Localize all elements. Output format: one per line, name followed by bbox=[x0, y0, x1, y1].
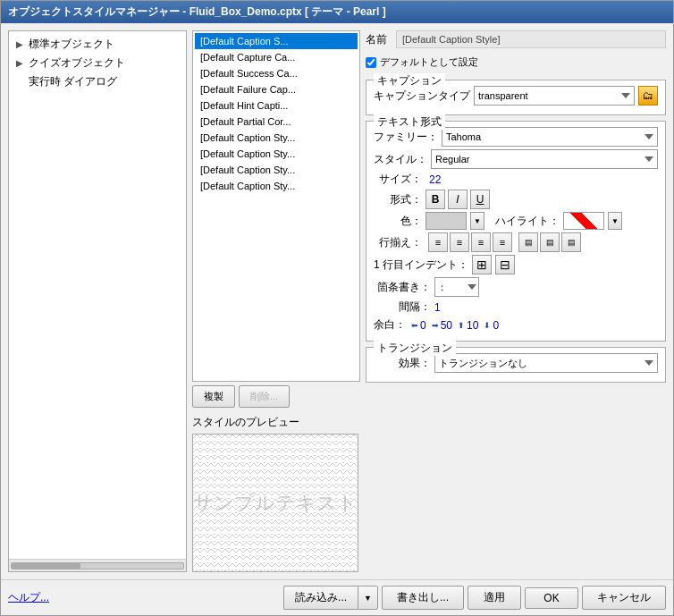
margin-left-item: ⬅ 0 bbox=[411, 319, 426, 332]
style-select[interactable]: Regular bbox=[431, 149, 658, 169]
style-row: スタイル： Regular bbox=[374, 149, 658, 169]
align-right-btn[interactable]: ≡ bbox=[471, 232, 491, 252]
align-row: 行揃え： ≡ ≡ ≡ ≡ ▤ ▤ ▤ bbox=[374, 232, 658, 252]
valign-bottom-btn[interactable]: ▤ bbox=[561, 232, 581, 252]
margin-label: 余白： bbox=[374, 317, 406, 333]
delete-button[interactable]: 削除... bbox=[239, 385, 290, 408]
name-label: 名前 bbox=[366, 32, 391, 47]
italic-button[interactable]: I bbox=[448, 190, 468, 209]
margin-top-value: 10 bbox=[467, 319, 478, 332]
load-button[interactable]: 読み込み... bbox=[283, 586, 358, 610]
margin-left-value: 0 bbox=[420, 319, 426, 332]
style-item-4[interactable]: [Default Hint Capti... bbox=[195, 97, 358, 114]
tree-view: ▶ 標準オブジェクト ▶ クイズオブジェクト ▶ 実行時 ダイアログ bbox=[9, 31, 186, 559]
middle-buttons: 複製 削除... bbox=[192, 385, 360, 408]
spacing-label: 間隔： bbox=[374, 300, 431, 315]
preview-area: スタイルのプレビュー サンプルテキスト bbox=[192, 415, 360, 572]
style-list[interactable]: [Default Caption S... [Default Capture C… bbox=[192, 30, 360, 382]
valign-middle-btn[interactable]: ▤ bbox=[540, 232, 560, 252]
ok-button[interactable]: OK bbox=[525, 587, 578, 609]
default-checkbox-label: デフォルトとして設定 bbox=[380, 55, 478, 69]
name-row: 名前 bbox=[366, 30, 666, 48]
indent-decrease-btn[interactable]: ⊞ bbox=[472, 255, 492, 274]
bottom-bar: ヘルプ... 読み込み... ▼ 書き出し... 適用 OK キャンセル bbox=[1, 579, 673, 615]
margin-top-item: ⬆ 10 bbox=[458, 319, 478, 332]
tree-label-quiz: クイズオブジェクト bbox=[29, 55, 125, 71]
color-row: 色： ▼ ハイライト： ▼ bbox=[374, 212, 658, 230]
transition-section-title: トランジション bbox=[374, 341, 456, 356]
margin-bottom-value: 0 bbox=[493, 319, 499, 332]
align-btn-group: ≡ ≡ ≡ ≡ bbox=[428, 232, 512, 252]
family-select[interactable]: Tahoma bbox=[442, 127, 658, 147]
style-item-3[interactable]: [Default Failure Cap... bbox=[195, 81, 358, 97]
caption-type-label: キャプションタイプ bbox=[374, 89, 470, 104]
apply-button[interactable]: 適用 bbox=[468, 586, 521, 610]
format-buttons: B I U bbox=[425, 190, 490, 209]
default-checkbox[interactable] bbox=[366, 57, 376, 68]
style-item-8[interactable]: [Default Caption Sty... bbox=[195, 162, 358, 178]
align-justify-btn[interactable]: ≡ bbox=[493, 232, 512, 252]
window-title: オブジェクトスタイルマネージャー - Fluid_Box_Demo.cptx [… bbox=[8, 5, 386, 18]
middle-panel: [Default Caption S... [Default Capture C… bbox=[192, 30, 360, 572]
save-button[interactable]: 書き出し... bbox=[382, 586, 464, 610]
align-center-btn[interactable]: ≡ bbox=[450, 232, 469, 252]
copy-button[interactable]: 複製 bbox=[192, 385, 235, 408]
tree-label-runtime: 実行時 ダイアログ bbox=[29, 74, 117, 89]
margin-right-icon: ➡ bbox=[432, 321, 439, 330]
load-arrow-button[interactable]: ▼ bbox=[358, 586, 378, 610]
main-window: オブジェクトスタイルマネージャー - Fluid_Box_Demo.cptx [… bbox=[0, 0, 674, 616]
default-checkbox-row: デフォルトとして設定 bbox=[366, 55, 666, 69]
highlight-label: ハイライト： bbox=[495, 214, 560, 229]
help-link[interactable]: ヘルプ... bbox=[8, 590, 49, 605]
scrollbar-thumb[interactable] bbox=[12, 563, 80, 569]
caption-type-row: キャプションタイプ transparent 🗂 bbox=[374, 86, 658, 105]
family-label: ファミリー： bbox=[374, 130, 438, 145]
margin-right-item: ➡ 50 bbox=[432, 319, 452, 332]
tree-item-standard[interactable]: ▶ 標準オブジェクト bbox=[13, 35, 182, 54]
effect-select[interactable]: トランジションなし bbox=[434, 353, 658, 373]
size-row: サイズ： 22 bbox=[374, 172, 658, 187]
style-item-1[interactable]: [Default Capture Ca... bbox=[195, 49, 358, 65]
style-item-5[interactable]: [Default Partial Cor... bbox=[195, 114, 358, 130]
preview-label: スタイルのプレビュー bbox=[192, 415, 360, 430]
color-swatch[interactable] bbox=[425, 212, 467, 230]
scrollbar-track[interactable] bbox=[11, 562, 184, 570]
right-panel: 名前 デフォルトとして設定 キャプション キャプションタイプ transpare… bbox=[366, 30, 666, 572]
text-format-section-title: テキスト形式 bbox=[374, 114, 445, 130]
load-split-button: 読み込み... ▼ bbox=[283, 586, 378, 610]
tree-scrollbar[interactable] bbox=[9, 559, 186, 571]
caption-type-select[interactable]: transparent bbox=[474, 86, 635, 105]
size-label: サイズ： bbox=[374, 172, 422, 187]
bottom-left: ヘルプ... bbox=[8, 590, 49, 605]
align-label: 行揃え： bbox=[374, 235, 422, 250]
style-item-7[interactable]: [Default Caption Sty... bbox=[195, 146, 358, 162]
align-left-btn[interactable]: ≡ bbox=[428, 232, 448, 252]
color-dropdown-btn[interactable]: ▼ bbox=[470, 212, 484, 230]
tree-item-runtime[interactable]: ▶ 実行時 ダイアログ bbox=[13, 72, 182, 91]
style-item-6[interactable]: [Default Caption Sty... bbox=[195, 130, 358, 146]
underline-button[interactable]: U bbox=[470, 190, 490, 209]
spacing-value: 1 bbox=[434, 301, 441, 314]
bold-button[interactable]: B bbox=[425, 190, 445, 209]
left-tree-panel: ▶ 標準オブジェクト ▶ クイズオブジェクト ▶ 実行時 ダイアログ bbox=[8, 30, 187, 572]
bottom-right: 読み込み... ▼ 書き出し... 適用 OK キャンセル bbox=[283, 586, 666, 610]
name-input[interactable] bbox=[396, 30, 666, 48]
highlight-swatch[interactable] bbox=[563, 212, 604, 230]
transition-section: トランジション 効果： トランジションなし bbox=[366, 347, 666, 383]
highlight-dropdown-btn[interactable]: ▼ bbox=[608, 212, 622, 230]
cancel-button[interactable]: キャンセル bbox=[582, 586, 666, 610]
tree-item-quiz[interactable]: ▶ クイズオブジェクト bbox=[13, 54, 182, 72]
style-label: スタイル： bbox=[374, 152, 427, 167]
bullet-label: 箇条書き： bbox=[374, 280, 431, 295]
margin-bottom-icon: ⬇ bbox=[484, 321, 491, 330]
valign-btn-group: ▤ ▤ ▤ bbox=[518, 232, 581, 252]
style-item-2[interactable]: [Default Success Ca... bbox=[195, 65, 358, 81]
margin-top-icon: ⬆ bbox=[458, 321, 465, 330]
style-item-9[interactable]: [Default Caption Sty... bbox=[195, 178, 358, 194]
bullet-select[interactable]: ： bbox=[434, 277, 479, 297]
tree-arrow-standard: ▶ bbox=[16, 39, 27, 49]
folder-button[interactable]: 🗂 bbox=[638, 86, 658, 105]
valign-top-btn[interactable]: ▤ bbox=[518, 232, 538, 252]
indent-increase-btn[interactable]: ⊟ bbox=[495, 255, 515, 274]
style-item-0[interactable]: [Default Caption S... bbox=[195, 33, 358, 49]
